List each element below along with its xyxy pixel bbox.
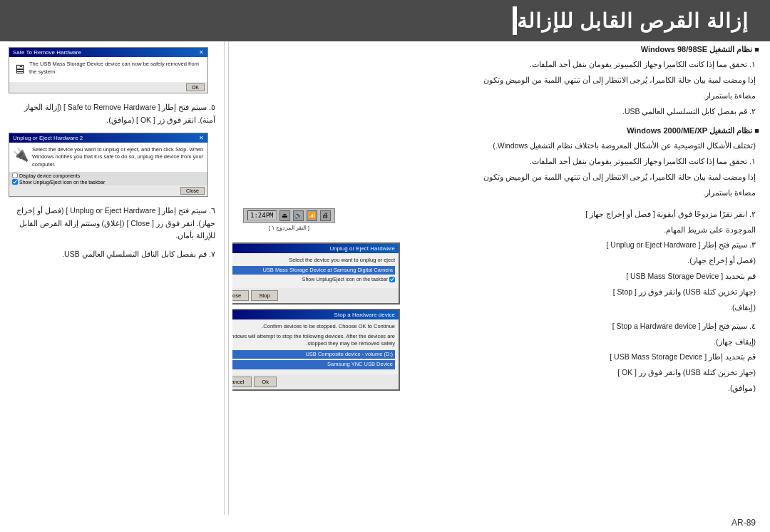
dialog3-stop-button[interactable]: Stop (251, 290, 277, 301)
ss2-checkbox2-label: Show Unplug/Eject icon on the taskbar (12, 179, 205, 185)
ss1-footer: OK (9, 82, 207, 93)
tray-area: 🖨 📶 🔊 ⏏ 1:24PM [ النقر المزدوج ١ ] (243, 208, 335, 237)
step2-line2: الموجودة على شريط المهام. (341, 224, 756, 237)
ss1-ok-button[interactable]: OK (186, 83, 205, 91)
step7-text: ٧. قم بفصل كابل الناقل التسلسلي العالمي … (9, 248, 215, 260)
dialog3-close-button[interactable]: Close (232, 290, 249, 301)
dialog4-item2: Samsung YNC USB Device (232, 360, 395, 369)
safe-remove-screenshot: Safe To Remove Hardware ✕ 🖥 The USB Mass… (9, 47, 208, 93)
step3-line4: (جهاز تخزين كتلة USB) وانقر فوق زر [ Sto… (406, 286, 756, 299)
step2-line1: ٢. انقر نقرًا مزدوجًا فوق أيقونة [ فصل أ… (341, 208, 756, 221)
ss2-checkboxes: Display device components Show Unplug/Ej… (9, 172, 207, 185)
ss2-device-icon: 🔌 (13, 146, 29, 164)
page-number: AR-89 (732, 518, 756, 528)
dialog3-device: USB Mass Storage Device at Samsung Digit… (232, 266, 395, 275)
page-header: إزالة القرص القابل للإزالة (0, 0, 770, 41)
dialog3: Unplug or Eject Hardware ✕ Select the de… (232, 242, 400, 305)
step4-line5: (موافق). (406, 382, 756, 395)
column-divider (228, 41, 229, 515)
content-wrapper: Safe To Remove Hardware ✕ 🖥 The USB Mass… (0, 41, 770, 515)
right-screenshots: Unplug or Eject Hardware ✕ Select the de… (243, 239, 400, 397)
step3-line2: (فصل أو إخراج جهاز). (406, 255, 756, 267)
dialog4-body: Confirm devices to be stopped. Choose OK… (232, 319, 399, 374)
s2-line3: مضاءة باستمرار. (243, 187, 756, 200)
dialog4-note-text: Windows will attempt to stop the followi… (232, 333, 395, 348)
ss2-footer: Close (9, 185, 207, 196)
step4-line4: (جهاز تخزين كتلة USB) وانقر فوق زر [ OK … (406, 367, 756, 379)
ss1-device-icon: 🖥 (13, 61, 26, 78)
ss2-body-text: Select the device you want to unplug or … (32, 146, 204, 169)
dialog4-item1: USB Composite device - volume (D:) (232, 350, 395, 359)
tray-icon1: 🖨 (320, 210, 331, 221)
tray-bar: 🖨 📶 🔊 ⏏ 1:24PM (243, 208, 335, 223)
s1-line4: ٢. قم بفصل كابل التسلسلي العالمي USB. (243, 106, 756, 118)
ss2-body: 🔌 Select the device you want to unplug o… (9, 143, 207, 173)
ss2-checkbox2[interactable] (12, 179, 18, 185)
dialog4-ok-button[interactable]: Ok (254, 377, 277, 387)
dialog4-cancel-button[interactable]: Cancel (232, 377, 252, 387)
page-footer: AR-89 (0, 515, 770, 532)
ss2-titlebar: Unplug or Eject Hardware 2 ✕ (9, 133, 207, 143)
section2-header: ■ نظام التشغيل Windows 2000/ME/XP (243, 126, 759, 135)
step4-body: ٤. سيتم فتح إطار [ Stop a Hardware devic… (406, 320, 759, 395)
tray-label: [ النقر المزدوج ١ ] (269, 225, 309, 231)
ss1-close: ✕ (199, 49, 204, 56)
dialog4-confirm-text: Confirm devices to be stopped. Choose OK… (232, 323, 395, 331)
tray-icon2: 📶 (307, 210, 317, 221)
step3-line3: قم بتحديد [ USB Mass Storage Device ] (406, 270, 756, 283)
dialog3-footer: Stop Close (232, 288, 399, 303)
step3-line1: ٣. سيتم فتح إطار [ Unplug or Eject Hardw… (406, 239, 756, 252)
step3-body: ٣. سيتم فتح إطار [ Unplug or Eject Hardw… (406, 239, 759, 314)
section-win2000: ■ نظام التشغيل Windows 2000/ME/XP (تختلف… (243, 126, 759, 199)
dialog4: Stop a Hardware device ✕ Confirm devices… (232, 309, 400, 391)
step4-line1: ٤. سيتم فتح إطار [ Stop a Hardware devic… (406, 320, 756, 333)
unplug-eject-screenshot: Unplug or Eject Hardware 2 ✕ 🔌 Select th… (9, 133, 208, 198)
step2-row: ٢. انقر نقرًا مزدوجًا فوق أيقونة [ فصل أ… (243, 208, 759, 240)
s1-line2: إذا ومضت لمبة بيان حالة الكاميرا، يُرجى … (243, 74, 756, 87)
tray-icon3: 🔊 (293, 210, 304, 221)
dialog3-checkbox-label: Show Unplug/Eject icon on the taskbar (302, 276, 388, 283)
right-panel: ■ نظام التشغيل Windows 98/98SE ١. تحقق م… (232, 41, 770, 515)
dialog4-title: Stop a Hardware device ✕ (232, 310, 399, 319)
dialog3-checkbox: Show Unplug/Eject icon on the taskbar (232, 276, 395, 283)
step6-text: ٦. سيتم فتح إطار [ Unplug or Eject Hardw… (9, 205, 215, 242)
s2-note: (تختلف الأشكال التوضيحية عن الأشكال المع… (243, 140, 756, 153)
ss2-close: ✕ (199, 135, 204, 141)
ss1-body: 🖥 The USB Mass Storage Device device can… (9, 57, 207, 82)
s2-line2: إذا ومضت لمبة بيان حالة الكاميرا، يُرجى … (243, 171, 756, 184)
s1-line1: ١. تحقق مما إذا كانت الكاميرا وجهاز الكم… (243, 58, 756, 71)
dialog3-body: Select the device you want to unplug or … (232, 253, 399, 288)
section1-title: ■ نظام التشغيل Windows 98/98SE (641, 45, 759, 54)
dialog3-instruction: Select the device you want to unplug or … (232, 257, 395, 265)
page-title: إزالة القرص القابل للإزالة (517, 9, 749, 33)
dialog4-footer: Ok Cancel (232, 374, 399, 389)
ss2-title: Unplug or Eject Hardware 2 (13, 135, 83, 141)
s1-line3: مضاءة باستمرار. (243, 90, 756, 103)
ss2-close-button[interactable]: Close (180, 187, 205, 195)
tray-clock: 1:24PM (247, 210, 277, 220)
dialog3-show-icon-check[interactable] (389, 277, 395, 282)
step5-text: ٥. سيتم فتح إطار [ Safe to Remove Hardwa… (9, 101, 215, 126)
section1-header: ■ نظام التشغيل Windows 98/98SE (243, 45, 759, 54)
steps34-text: ٣. سيتم فتح إطار [ Unplug or Eject Hardw… (406, 239, 759, 397)
tray-eject-icon: ⏏ (279, 210, 290, 221)
section2-title: ■ نظام التشغيل Windows 2000/ME/XP (627, 126, 759, 135)
dialog4-title-text: Stop a Hardware device (334, 312, 395, 318)
page-container: إزالة القرص القابل للإزالة Safe To Remov… (0, 0, 770, 532)
ss2-checkbox1[interactable] (12, 173, 18, 178)
step2-text-area: ٢. انقر نقرًا مزدوجًا فوق أيقونة [ فصل أ… (341, 208, 759, 240)
step4-line3: قم بتحديد إطار [ USB Mass Storage Device… (406, 351, 756, 364)
steps34-row: ٣. سيتم فتح إطار [ Unplug or Eject Hardw… (243, 239, 759, 397)
section2-body: (تختلف الأشكال التوضيحية عن الأشكال المع… (243, 140, 759, 199)
step4-line2: (إيقاف جهاز). (406, 336, 756, 349)
step2-body: ٢. انقر نقرًا مزدوجًا فوق أيقونة [ فصل أ… (341, 208, 759, 237)
ss1-body-text: The USB Mass Storage Device device can n… (29, 61, 204, 76)
s2-line1: ١. تحقق مما إذا كانت الكاميرا وجهاز الكم… (243, 155, 756, 168)
step3-line5: (إيقاف). (406, 302, 756, 314)
section-win98: ■ نظام التشغيل Windows 98/98SE ١. تحقق م… (243, 45, 759, 118)
left-panel: Safe To Remove Hardware ✕ 🖥 The USB Mass… (0, 41, 225, 515)
dialog3-title: Unplug or Eject Hardware ✕ (232, 244, 399, 253)
ss1-titlebar: Safe To Remove Hardware ✕ (9, 48, 207, 57)
section1-body: ١. تحقق مما إذا كانت الكاميرا وجهاز الكم… (243, 58, 759, 118)
dialog3-title-text: Unplug or Eject Hardware (329, 245, 395, 252)
